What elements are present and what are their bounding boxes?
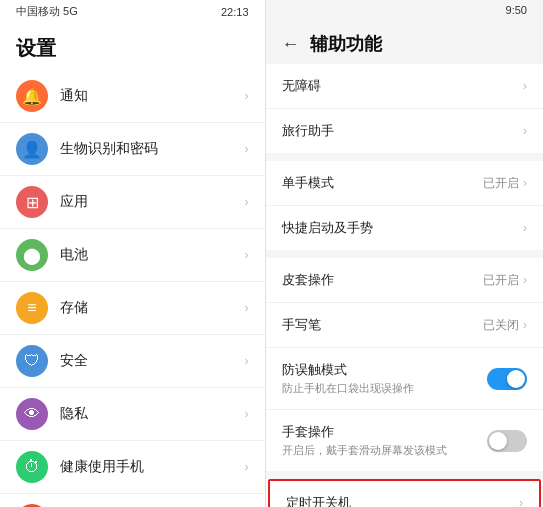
- right-panel: 9:50 ← 辅助功能 无障碍›旅行助手›单手模式已开启›快捷启动及手势›皮套操…: [266, 0, 543, 507]
- right-section-1: 单手模式已开启›快捷启动及手势›: [266, 161, 543, 250]
- privacy-chevron: ›: [245, 407, 249, 421]
- antitouch-toggle[interactable]: [487, 368, 527, 390]
- left-item-notification[interactable]: 🔔通知›: [0, 70, 265, 123]
- left-title: 设置: [0, 23, 265, 70]
- skincase-status: 已开启: [483, 272, 519, 289]
- storage-chevron: ›: [245, 301, 249, 315]
- biometrics-icon: 👤: [16, 133, 48, 165]
- glove-label: 手套操作: [282, 423, 487, 441]
- apps-label: 应用: [60, 193, 245, 211]
- scheduled-power-label: 定时开关机: [286, 494, 519, 507]
- back-button[interactable]: ←: [282, 34, 300, 55]
- security-label: 安全: [60, 352, 245, 370]
- biometrics-chevron: ›: [245, 142, 249, 156]
- left-time: 22:13: [221, 6, 249, 18]
- left-item-storage[interactable]: ≡存储›: [0, 282, 265, 335]
- right-item-quickstart[interactable]: 快捷启动及手势›: [266, 206, 543, 250]
- handwriting-label: 手写笔: [282, 316, 483, 334]
- onehand-chevron: ›: [523, 176, 527, 190]
- left-item-security[interactable]: 🛡安全›: [0, 335, 265, 388]
- right-item-handwriting[interactable]: 手写笔已关闭›: [266, 303, 543, 348]
- left-item-smart[interactable]: ✦智慧助手›: [0, 494, 265, 507]
- quickstart-label: 快捷启动及手势: [282, 219, 523, 237]
- health-chevron: ›: [245, 460, 249, 474]
- barrier-free-label: 无障碍: [282, 77, 523, 95]
- glove-toggle[interactable]: [487, 430, 527, 452]
- skincase-chevron: ›: [523, 273, 527, 287]
- right-header: ← 辅助功能: [266, 20, 543, 64]
- onehand-label: 单手模式: [282, 174, 483, 192]
- privacy-icon: 👁: [16, 398, 48, 430]
- right-item-onehand[interactable]: 单手模式已开启›: [266, 161, 543, 206]
- right-time: 9:50: [506, 4, 527, 16]
- barrier-free-chevron: ›: [523, 79, 527, 93]
- handwriting-status: 已关闭: [483, 317, 519, 334]
- scheduled-power-chevron: ›: [519, 496, 523, 507]
- travel-chevron: ›: [523, 124, 527, 138]
- storage-label: 存储: [60, 299, 245, 317]
- antitouch-sublabel: 防止手机在口袋出现误操作: [282, 381, 487, 396]
- left-carrier: 中国移动 5G: [16, 4, 78, 19]
- right-item-antitouch[interactable]: 防误触模式防止手机在口袋出现误操作: [266, 348, 543, 410]
- right-section-3: 定时开关机›: [266, 479, 543, 507]
- left-item-biometrics[interactable]: 👤生物识别和密码›: [0, 123, 265, 176]
- apps-chevron: ›: [245, 195, 249, 209]
- left-item-battery[interactable]: ⬤电池›: [0, 229, 265, 282]
- health-icon: ⏱: [16, 451, 48, 483]
- left-item-health[interactable]: ⏱健康使用手机›: [0, 441, 265, 494]
- biometrics-label: 生物识别和密码: [60, 140, 245, 158]
- right-section-2: 皮套操作已开启›手写笔已关闭›防误触模式防止手机在口袋出现误操作手套操作开启后，…: [266, 258, 543, 471]
- skincase-label: 皮套操作: [282, 271, 483, 289]
- battery-chevron: ›: [245, 248, 249, 262]
- notification-icon: 🔔: [16, 80, 48, 112]
- antitouch-label: 防误触模式: [282, 361, 487, 379]
- left-item-apps[interactable]: ⊞应用›: [0, 176, 265, 229]
- health-label: 健康使用手机: [60, 458, 245, 476]
- apps-icon: ⊞: [16, 186, 48, 218]
- security-chevron: ›: [245, 354, 249, 368]
- right-item-scheduled-power[interactable]: 定时开关机›: [268, 479, 541, 507]
- right-title: 辅助功能: [310, 32, 382, 56]
- travel-label: 旅行助手: [282, 122, 523, 140]
- battery-label: 电池: [60, 246, 245, 264]
- right-item-travel[interactable]: 旅行助手›: [266, 109, 543, 153]
- left-panel: 中国移动 5G 22:13 设置 🔔通知›👤生物识别和密码›⊞应用›⬤电池›≡存…: [0, 0, 265, 507]
- left-item-privacy[interactable]: 👁隐私›: [0, 388, 265, 441]
- right-settings-list: 无障碍›旅行助手›单手模式已开启›快捷启动及手势›皮套操作已开启›手写笔已关闭›…: [266, 64, 543, 507]
- left-settings-list: 🔔通知›👤生物识别和密码›⊞应用›⬤电池›≡存储›🛡安全›👁隐私›⏱健康使用手机…: [0, 70, 265, 507]
- notification-chevron: ›: [245, 89, 249, 103]
- right-item-skincase[interactable]: 皮套操作已开启›: [266, 258, 543, 303]
- quickstart-chevron: ›: [523, 221, 527, 235]
- privacy-label: 隐私: [60, 405, 245, 423]
- left-status-bar: 中国移动 5G 22:13: [0, 0, 265, 23]
- onehand-status: 已开启: [483, 175, 519, 192]
- glove-sublabel: 开启后，戴手套滑动屏幕发该模式: [282, 443, 487, 458]
- notification-label: 通知: [60, 87, 245, 105]
- right-item-barrier-free[interactable]: 无障碍›: [266, 64, 543, 109]
- right-status-bar: 9:50: [266, 0, 543, 20]
- handwriting-chevron: ›: [523, 318, 527, 332]
- right-section-0: 无障碍›旅行助手›: [266, 64, 543, 153]
- right-item-glove[interactable]: 手套操作开启后，戴手套滑动屏幕发该模式: [266, 410, 543, 471]
- storage-icon: ≡: [16, 292, 48, 324]
- battery-icon: ⬤: [16, 239, 48, 271]
- security-icon: 🛡: [16, 345, 48, 377]
